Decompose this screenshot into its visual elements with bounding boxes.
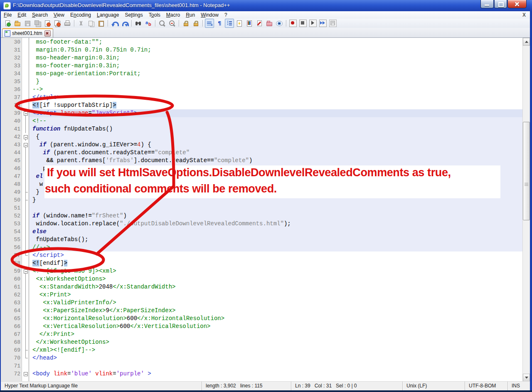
code-line-34[interactable]: 34 mso-page-orientation:Portrait;: [1, 70, 523, 78]
code-line-33[interactable]: 33 mso-footer-margin:0.3in;: [1, 62, 523, 70]
run-macro-multiple-times-button[interactable]: [318, 19, 328, 28]
code-line-45[interactable]: 45 && parent.frames['frTabs'].document.r…: [1, 157, 523, 165]
code-line-66[interactable]: 66 <x:VerticalResolution>600</x:Vertical…: [1, 323, 523, 330]
zoom-out-button[interactable]: [167, 19, 177, 28]
menu-view[interactable]: View: [51, 11, 67, 19]
new-file-button[interactable]: [3, 19, 12, 28]
fold-collapse-icon[interactable]: [22, 370, 29, 378]
show-indent-guide-button[interactable]: [225, 19, 234, 28]
menu-macro[interactable]: Macro: [163, 11, 183, 19]
code-line-71[interactable]: 71: [1, 362, 523, 370]
code-line-54[interactable]: 54else: [1, 228, 523, 236]
menu-edit[interactable]: Edit: [15, 11, 29, 19]
close-all-files-button[interactable]: [53, 19, 62, 28]
scrollbar-thumb[interactable]: [523, 122, 530, 220]
menu-help[interactable]: ?: [222, 11, 230, 19]
replace-button[interactable]: [144, 19, 153, 28]
code-line-43[interactable]: 43 if (parent.window.g_iIEVer>=4) {: [1, 141, 523, 149]
stop-macro-recording-button[interactable]: [298, 19, 308, 28]
paste-button[interactable]: [96, 19, 106, 28]
status-eol-format[interactable]: Unix (LF): [402, 382, 465, 390]
code-line-72[interactable]: 72<body link='blue' vlink='purple' >: [1, 370, 523, 378]
code-line-51[interactable]: 51: [1, 204, 523, 212]
menu-language[interactable]: Language: [94, 11, 122, 19]
playback-macro-button[interactable]: [308, 19, 318, 28]
fold-collapse-icon[interactable]: [22, 141, 29, 149]
restore-button[interactable]: [494, 0, 507, 8]
code-line-35[interactable]: 35 }: [1, 78, 523, 86]
menu-settings[interactable]: Settings: [122, 11, 145, 19]
code-line-63[interactable]: 63 <x:ValidPrinterInfo/>: [1, 299, 523, 307]
sync-horizontal-scroll-button[interactable]: [191, 19, 200, 28]
document-monitor-button[interactable]: [255, 19, 264, 28]
close-button[interactable]: [507, 0, 527, 8]
sync-vertical-scroll-button[interactable]: [181, 19, 190, 28]
editor[interactable]: 30 mso-footer-data:"";31 margin:0.75in 0…: [1, 38, 523, 382]
code-line-36[interactable]: 36-->: [1, 86, 523, 94]
fold-collapse-icon[interactable]: [22, 133, 29, 141]
menu-run[interactable]: Run: [183, 11, 198, 19]
code-line-42[interactable]: 42 {: [1, 133, 523, 141]
minimize-button[interactable]: [480, 0, 494, 8]
menu-file[interactable]: File: [1, 11, 15, 19]
code-line-61[interactable]: 61 <x:StandardWidth>2048</x:StandardWidt…: [1, 283, 523, 291]
undo-button[interactable]: [110, 19, 119, 28]
status-insert-mode[interactable]: INS: [507, 382, 530, 390]
show-all-characters-button[interactable]: [215, 19, 224, 28]
code-line-57[interactable]: 57</script>: [1, 251, 523, 259]
redo-button[interactable]: [120, 19, 129, 28]
fold-collapse-icon[interactable]: [22, 109, 29, 117]
print-button[interactable]: [63, 19, 72, 28]
code-line-64[interactable]: 64 <x:PaperSizeIndex>9</x:PaperSizeIndex…: [1, 307, 523, 315]
status-encoding[interactable]: UTF-8-BOM: [465, 382, 507, 390]
word-wrap-button[interactable]: [205, 19, 214, 28]
save-recorded-macro-button[interactable]: [328, 19, 337, 28]
code-line-65[interactable]: 65 <x:HorizontalResolution>600</x:Horizo…: [1, 315, 523, 323]
code-line-59[interactable]: 59<!--[if gte mso 9]><xml>: [1, 267, 523, 275]
document-map-button[interactable]: [245, 19, 254, 28]
close-file-button[interactable]: [43, 19, 52, 28]
menu-tools[interactable]: Tools: [146, 11, 163, 19]
function-list-button[interactable]: [235, 19, 244, 28]
find-button[interactable]: [134, 19, 143, 28]
project-panel-button[interactable]: [265, 19, 274, 28]
code-line-58[interactable]: 58<![endif]>: [1, 259, 523, 267]
menu-window[interactable]: Window: [198, 11, 222, 19]
menu-encoding[interactable]: Encoding: [67, 11, 94, 19]
code-line-31[interactable]: 31 margin:0.75in 0.7in 0.75in 0.7in;: [1, 46, 523, 54]
open-file-button[interactable]: [13, 19, 22, 28]
code-line-38[interactable]: 38<![if !supportTabStrip]>: [1, 101, 523, 109]
zoom-in-button[interactable]: [158, 19, 167, 28]
code-line-67[interactable]: 67 </x:Print>: [1, 330, 523, 338]
code-line-68[interactable]: 68 </x:WorksheetOptions>: [1, 338, 523, 346]
code-line-37[interactable]: 37</style>: [1, 94, 523, 101]
fold-collapse-icon[interactable]: [22, 267, 29, 275]
code-line-70[interactable]: 70</head>: [1, 354, 523, 362]
scroll-down-arrow[interactable]: [523, 374, 530, 382]
code-line-69[interactable]: 69</xml><![endif]-->: [1, 346, 523, 354]
tab-close-icon[interactable]: [44, 30, 51, 37]
code-line-60[interactable]: 60 <x:WorksheetOptions>: [1, 275, 523, 283]
code-line-53[interactable]: 53 window.location.replace("./outputDisa…: [1, 220, 523, 228]
code-line-44[interactable]: 44 if (parent.document.readyState=="comp…: [1, 149, 523, 157]
start-macro-recording-button[interactable]: [288, 19, 298, 28]
tab-sheet001[interactable]: sheet001.htm: [2, 28, 53, 37]
save-all-button[interactable]: [33, 19, 42, 28]
code-line-41[interactable]: 41function fnUpdateTabs(): [1, 125, 523, 133]
cut-button[interactable]: [76, 19, 86, 28]
code-line-52[interactable]: 52if (window.name!="frSheet"): [1, 212, 523, 220]
copy-button[interactable]: [86, 19, 96, 28]
vertical-scrollbar[interactable]: [522, 38, 530, 382]
code-line-32[interactable]: 32 mso-header-margin:0.3in;: [1, 54, 523, 62]
code-line-30[interactable]: 30 mso-footer-data:"";: [1, 38, 523, 46]
code-line-55[interactable]: 55 fnUpdateTabs();: [1, 236, 523, 244]
titlebar[interactable]: F:\Download\outputDisableDownlevelReveal…: [0, 0, 532, 11]
code-line-40[interactable]: 40<!--: [1, 117, 523, 125]
save-file-button[interactable]: [23, 19, 32, 28]
code-line-39[interactable]: 39<script language="JavaScript">: [1, 109, 523, 117]
view-current-file-button[interactable]: [275, 19, 284, 28]
menu-search[interactable]: Search: [29, 11, 51, 19]
code-line-62[interactable]: 62 <x:Print>: [1, 291, 523, 299]
code-line-56[interactable]: 56//-->: [1, 244, 523, 251]
scroll-up-arrow[interactable]: [523, 38, 530, 46]
